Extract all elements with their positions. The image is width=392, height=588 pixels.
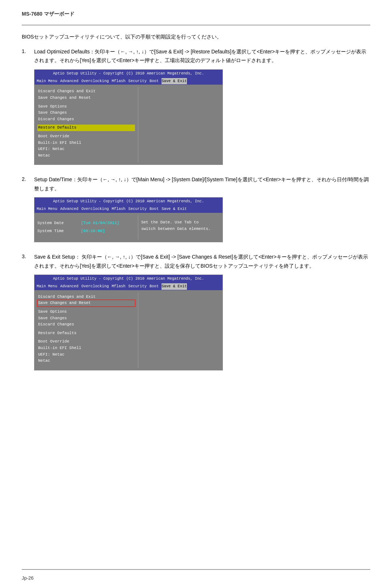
section-item-2: 2. Setup Date/Time：矢印キー（←, →, ↑, ↓）で[Mai… (22, 175, 370, 193)
menu-security-3: Security (128, 283, 147, 290)
bios-item-save-options-1: Save Options (37, 104, 135, 110)
section-text-1: Load Optimized Defaults：矢印キー（←, →, ↑, ↓）… (34, 47, 370, 65)
date-row: System Date [Tue 01/04/2011] (37, 219, 135, 227)
bios-item-save-changes-1: Save Changes (37, 110, 135, 116)
bios-left-3: Discard Changes and Exit Save Changes an… (34, 292, 138, 368)
menu-mflash-1: Mflash (112, 78, 126, 85)
system-time-label: System Time (37, 228, 74, 235)
menu-mainmenu-2: Main Menu (37, 206, 57, 212)
bios-screen-1: Aptio Setup Utility - Copyright (C) 2010… (34, 69, 223, 165)
system-time-value: [00:16:08] (81, 228, 105, 235)
bios-menubar-1: Main Menu Advanced Overclocking Mflash S… (34, 78, 222, 85)
bios-group-3d: Boot Override Built-in EFI Shell UEFI: N… (37, 338, 135, 364)
menu-advanced-1: Advanced (60, 78, 78, 85)
menu-security-2: Security (128, 206, 147, 212)
menu-mainmenu-1: Main Menu (37, 78, 57, 85)
section-num-3: 3. (22, 252, 30, 270)
bios-menubar-2: Main Menu Advanced Overclocking Mflash S… (34, 206, 222, 213)
menu-overclocking-2: Overclocking (81, 206, 109, 212)
section-1: 1. Load Optimized Defaults：矢印キー（←, →, ↑,… (22, 47, 370, 165)
section-text-3: Save & Exit Setup： 矢印キー（←, →, ↑, ↓）で[Sav… (34, 252, 370, 270)
time-row: System Time [00:16:08] (37, 227, 135, 235)
bios-body-1: Discard Changes and Exit Save Changes an… (34, 85, 222, 165)
bios-titlebar-3: Aptio Setup Utility - Copyright (C) 2010… (34, 275, 222, 283)
bios-item-netac-1: Netac (37, 153, 135, 159)
menu-mainmenu-3: Main Menu (37, 283, 57, 290)
bios-item-restore-defaults-1: Restore Defaults (37, 125, 135, 131)
bios-screen-2: Aptio Setup Utility - Copyright (C) 2010… (34, 197, 223, 242)
bios-group-3c: Restore Defaults (37, 330, 135, 337)
section-3: 3. Save & Exit Setup： 矢印キー（←, →, ↑, ↓）で[… (22, 252, 370, 370)
bios-item-boot-override-3: Boot Override (37, 338, 135, 345)
bios-item-save-reset-1: Save Changes and Reset (37, 95, 135, 101)
bios-group-1c: Restore Defaults (37, 125, 135, 131)
bios-group-1a: Discard Changes and Exit Save Changes an… (37, 88, 135, 101)
bios-item-discard-changes-1: Discard Changes (37, 116, 135, 123)
bios-item-restore-defaults-3: Restore Defaults (37, 330, 135, 337)
menu-mflash-2: Mflash (112, 206, 126, 212)
bios-titlebar-1: Aptio Setup Utility - Copyright (C) 2010… (34, 70, 222, 78)
bios-right-2: Set the Date. Use Tab to switch between … (138, 215, 222, 240)
bios-item-discard-exit-3: Discard Changes and Exit (37, 294, 135, 300)
section-num-1: 1. (22, 47, 30, 65)
bios-item-netac-3: Netac (37, 358, 135, 364)
intro-text: BIOSセットアップユーティリティについて、以下の手順で初期設定を行ってください… (22, 33, 370, 41)
section-item-1: 1. Load Optimized Defaults：矢印キー（←, →, ↑,… (22, 47, 370, 65)
menu-overclocking-3: Overclocking (81, 283, 109, 290)
bios-right-3 (138, 292, 222, 368)
bios-item-save-changes-3: Save Changes (37, 315, 135, 322)
bios-body-2: System Date [Tue 01/04/2011] System Time… (34, 213, 222, 242)
menu-mflash-3: Mflash (112, 283, 126, 290)
bios-group-1d: Boot Override Built-in EFI Shell UEFI: N… (37, 133, 135, 159)
bios-group-3b: Save Options Save Changes Discard Change… (37, 309, 135, 328)
bios-group-1b: Save Options Save Changes Discard Change… (37, 104, 135, 123)
bios-item-efi-shell-1: Built-in EFI Shell (37, 140, 135, 146)
menu-boot-1: Boot (150, 78, 159, 85)
menu-advanced-3: Advanced (60, 283, 78, 290)
menu-security-1: Security (128, 78, 147, 85)
menu-saveexit-2: Save & Exit (162, 206, 187, 212)
page-footer: Jp-26 (22, 575, 34, 581)
bios-item-discard-changes-3: Discard Changes (37, 321, 135, 328)
bios-item-efi-shell-3: Built-in EFI Shell (37, 345, 135, 352)
bios-item-save-options-3: Save Options (37, 309, 135, 315)
bios-screen-3: Aptio Setup Utility - Copyright (C) 2010… (34, 275, 223, 370)
bios-item-uefi-netac-3: UEFI: Netac (37, 352, 135, 358)
bios-item-boot-override-1: Boot Override (37, 133, 135, 140)
system-date-value: [Tue 01/04/2011] (81, 220, 119, 227)
page: MS-7680 マザーボード BIOSセットアップユーティリティについて、以下の… (0, 0, 392, 588)
menu-boot-3: Boot (150, 283, 159, 290)
bios-right-1 (138, 87, 222, 162)
page-header: MS-7680 マザーボード (22, 11, 370, 17)
section-item-3: 3. Save & Exit Setup： 矢印キー（←, →, ↑, ↓）で[… (22, 252, 370, 270)
bios-menubar-3: Main Menu Advanced Overclocking Mflash S… (34, 283, 222, 290)
bios-left-2: System Date [Tue 01/04/2011] System Time… (34, 215, 138, 240)
bios-item-discard-exit-1: Discard Changes and Exit (37, 88, 135, 95)
divider-top (22, 25, 370, 25)
divider-bottom (22, 569, 370, 570)
menu-advanced-2: Advanced (60, 206, 78, 212)
section-2: 2. Setup Date/Time：矢印キー（←, →, ↑, ↓）で[Mai… (22, 175, 370, 242)
menu-saveexit-3: Save & Exit (162, 283, 187, 290)
section-num-2: 2. (22, 175, 30, 193)
menu-boot-2: Boot (150, 206, 159, 212)
menu-overclocking-1: Overclocking (81, 78, 109, 85)
bios-right-text-1: Set the Date. Use Tab to (141, 219, 220, 226)
bios-item-save-reset-3: Save Changes and Reset (37, 300, 135, 307)
bios-left-1: Discard Changes and Exit Save Changes an… (34, 87, 138, 162)
bios-right-text-2: switch between Data elements. (141, 226, 220, 232)
content: BIOSセットアップユーティリティについて、以下の手順で初期設定を行ってください… (22, 33, 370, 370)
menu-saveexit-1: Save & Exit (162, 78, 187, 85)
section-text-2: Setup Date/Time：矢印キー（←, →, ↑, ↓）で[Main M… (34, 175, 370, 193)
bios-titlebar-2: Aptio Setup Utility - Copyright (C) 2010… (34, 198, 222, 206)
bios-group-3a: Discard Changes and Exit Save Changes an… (37, 294, 135, 307)
bios-body-3: Discard Changes and Exit Save Changes an… (34, 290, 222, 370)
bios-item-uefi-netac-1: UEFI: Netac (37, 146, 135, 153)
system-date-label: System Date (37, 220, 74, 227)
